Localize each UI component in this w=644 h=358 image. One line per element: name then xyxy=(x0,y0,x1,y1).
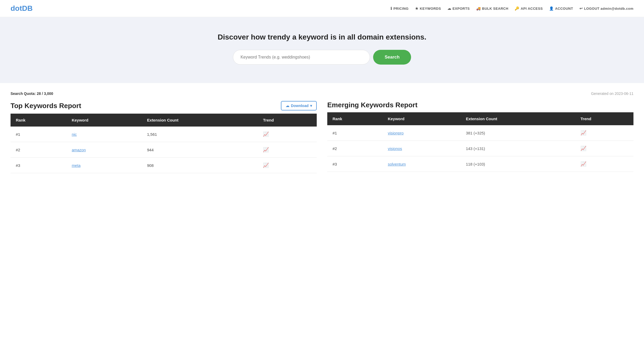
nav-pricing[interactable]: ℹ PRICING xyxy=(391,6,408,11)
nav-logout-label: LOGOUT admin@dotdb.com xyxy=(584,7,633,11)
ext-count-cell: 381 (+325) xyxy=(461,125,575,141)
emerging-keywords-table: Rank Keyword Extension Count Trend #1 vi… xyxy=(327,112,633,172)
table-row: #3 meta 908 📈 xyxy=(11,158,317,173)
navbar: dotDB ℹ PRICING ★ KEYWORDS ☁ EXPORTS 🚚 B… xyxy=(0,0,644,17)
download-label: Download xyxy=(291,104,309,108)
col-keyword: Keyword xyxy=(383,112,461,125)
logout-icon: ↩ xyxy=(579,6,583,11)
nav-bulk-search[interactable]: 🚚 BULK SEARCH xyxy=(476,6,509,11)
table-row: #1 visionpro 381 (+325) 📈 xyxy=(327,125,633,141)
trend-chart-icon[interactable]: 📈 xyxy=(580,161,586,167)
col-trend: Trend xyxy=(575,112,633,125)
nav-exports[interactable]: ☁ EXPORTS xyxy=(447,6,470,11)
account-icon: 👤 xyxy=(549,6,554,11)
table-row: #1 nic 1,561 📈 xyxy=(11,127,317,142)
truck-icon: 🚚 xyxy=(476,6,481,11)
top-keywords-table: Rank Keyword Extension Count Trend #1 ni… xyxy=(11,114,317,173)
col-rank: Rank xyxy=(327,112,383,125)
keyword-link[interactable]: meta xyxy=(72,163,80,168)
trend-cell[interactable]: 📈 xyxy=(258,127,317,142)
dropdown-chevron-icon: ▾ xyxy=(310,104,312,108)
trend-cell[interactable]: 📈 xyxy=(258,158,317,173)
keyword-link[interactable]: visionpro xyxy=(388,131,404,135)
emerging-keywords-header: Emerging Keywords Report xyxy=(327,101,633,109)
generated-on: Generated on 2023-06-11 xyxy=(591,91,633,96)
col-rank: Rank xyxy=(11,114,66,127)
nav-links: ℹ PRICING ★ KEYWORDS ☁ EXPORTS 🚚 BULK SE… xyxy=(391,6,633,11)
trend-cell[interactable]: 📈 xyxy=(575,156,633,172)
top-keywords-header: Top Keywords Report ☁ Download ▾ xyxy=(11,101,317,110)
emerging-keywords-header-row: Rank Keyword Extension Count Trend xyxy=(327,112,633,125)
rank-cell: #3 xyxy=(327,156,383,172)
reports-grid: Top Keywords Report ☁ Download ▾ Rank Ke… xyxy=(11,101,633,173)
trend-chart-icon[interactable]: 📈 xyxy=(263,147,269,152)
trend-cell[interactable]: 📈 xyxy=(258,142,317,158)
key-icon: 🔑 xyxy=(515,6,519,11)
keyword-cell[interactable]: solventum xyxy=(383,156,461,172)
col-ext-count: Extension Count xyxy=(142,114,258,127)
nav-logout[interactable]: ↩ LOGOUT admin@dotdb.com xyxy=(579,6,633,11)
cloud-download-icon: ☁ xyxy=(286,104,289,108)
trend-cell[interactable]: 📈 xyxy=(575,125,633,141)
rank-cell: #1 xyxy=(11,127,66,142)
top-keywords-section: Top Keywords Report ☁ Download ▾ Rank Ke… xyxy=(11,101,317,173)
nav-account-label: ACCOUNT xyxy=(555,7,573,11)
star-icon: ★ xyxy=(415,6,419,11)
ext-count-cell: 944 xyxy=(142,142,258,158)
rank-cell: #2 xyxy=(327,141,383,156)
trend-chart-icon[interactable]: 📈 xyxy=(580,146,586,151)
nav-keywords-label: KEYWORDS xyxy=(420,7,441,11)
ext-count-cell: 118 (+103) xyxy=(461,156,575,172)
search-button[interactable]: Search xyxy=(373,50,411,65)
keyword-cell[interactable]: amazon xyxy=(66,142,142,158)
ext-count-cell: 908 xyxy=(142,158,258,173)
nav-api-label: API ACCESS xyxy=(521,7,543,11)
meta-row: Search Quota: 28 / 3,000 Generated on 20… xyxy=(11,91,633,96)
ext-count-cell: 143 (+131) xyxy=(461,141,575,156)
rank-cell: #1 xyxy=(327,125,383,141)
trend-cell[interactable]: 📈 xyxy=(575,141,633,156)
nav-account[interactable]: 👤 ACCOUNT xyxy=(549,6,573,11)
rank-cell: #2 xyxy=(11,142,66,158)
keyword-link[interactable]: visionos xyxy=(388,146,402,151)
trend-chart-icon[interactable]: 📈 xyxy=(263,163,269,168)
keyword-cell[interactable]: visionpro xyxy=(383,125,461,141)
hero-heading: Discover how trendy a keyword is in all … xyxy=(11,33,633,41)
table-row: #2 amazon 944 📈 xyxy=(11,142,317,158)
col-ext-count: Extension Count xyxy=(461,112,575,125)
nav-keywords[interactable]: ★ KEYWORDS xyxy=(415,6,441,11)
table-row: #3 solventum 118 (+103) 📈 xyxy=(327,156,633,172)
ext-count-cell: 1,561 xyxy=(142,127,258,142)
nav-exports-label: EXPORTS xyxy=(452,7,470,11)
site-logo[interactable]: dotDB xyxy=(11,4,33,13)
search-quota: Search Quota: 28 / 3,000 xyxy=(11,91,53,96)
trend-chart-icon[interactable]: 📈 xyxy=(263,132,269,137)
keyword-cell[interactable]: visionos xyxy=(383,141,461,156)
keyword-link[interactable]: solventum xyxy=(388,162,406,166)
hero-section: Discover how trendy a keyword is in all … xyxy=(0,17,644,83)
search-input[interactable] xyxy=(233,50,370,65)
cloud-icon: ☁ xyxy=(447,6,451,11)
emerging-keywords-section: Emerging Keywords Report Rank Keyword Ex… xyxy=(327,101,633,173)
keyword-link[interactable]: nic xyxy=(72,132,77,137)
top-keywords-header-row: Rank Keyword Extension Count Trend xyxy=(11,114,317,127)
info-icon: ℹ xyxy=(391,6,392,11)
download-button[interactable]: ☁ Download ▾ xyxy=(281,101,317,110)
emerging-keywords-title: Emerging Keywords Report xyxy=(327,101,417,109)
keyword-cell[interactable]: nic xyxy=(66,127,142,142)
search-bar: Search xyxy=(11,50,633,65)
nav-bulk-search-label: BULK SEARCH xyxy=(482,7,508,11)
table-row: #2 visionos 143 (+131) 📈 xyxy=(327,141,633,156)
col-keyword: Keyword xyxy=(66,114,142,127)
col-trend: Trend xyxy=(258,114,317,127)
main-content: Search Quota: 28 / 3,000 Generated on 20… xyxy=(0,83,644,189)
nav-api-access[interactable]: 🔑 API ACCESS xyxy=(515,6,543,11)
top-keywords-title: Top Keywords Report xyxy=(11,102,81,110)
trend-chart-icon[interactable]: 📈 xyxy=(580,130,586,136)
rank-cell: #3 xyxy=(11,158,66,173)
keyword-link[interactable]: amazon xyxy=(72,148,86,152)
nav-pricing-label: PRICING xyxy=(393,7,409,11)
keyword-cell[interactable]: meta xyxy=(66,158,142,173)
